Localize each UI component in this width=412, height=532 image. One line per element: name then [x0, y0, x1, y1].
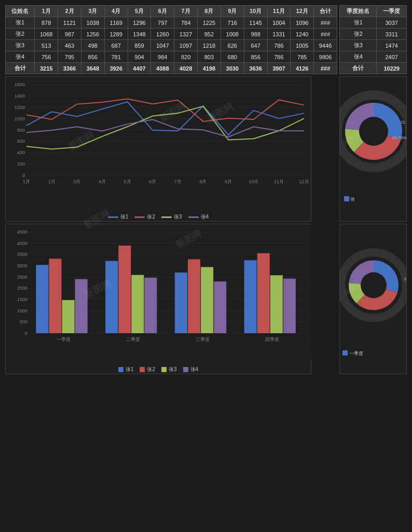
- legend-label: 张4: [201, 213, 209, 221]
- legend-item: 张2: [134, 213, 155, 221]
- table-header-13: 合计: [314, 6, 337, 17]
- cell-3-2: 856: [81, 51, 104, 63]
- cell-0-8: 716: [221, 17, 244, 29]
- cell-3-6: 820: [174, 51, 198, 63]
- table-row: 张187811211038116912967977841225716114510…: [6, 17, 337, 29]
- bar-legend-color: [118, 367, 123, 372]
- legend-item: 张4: [188, 213, 209, 221]
- cell-1-11: 1240: [291, 29, 314, 40]
- cell-3-8: 680: [221, 51, 244, 63]
- cell-3-1: 795: [58, 51, 81, 63]
- cell-4-11: 4126: [291, 63, 314, 74]
- cell-3-12: 9806: [314, 51, 337, 63]
- legend-item: 张1: [108, 213, 129, 221]
- legend-label: 张2: [147, 213, 155, 221]
- table-row: 合计32153366364839264407408840284198303036…: [6, 63, 337, 74]
- cell-0-0: 878: [35, 17, 58, 29]
- bar-legend-item: 张3: [161, 366, 177, 373]
- cell-1-10: 1331: [267, 29, 291, 40]
- bar-legend-color: [161, 367, 167, 372]
- cell-3-10: 786: [267, 51, 291, 63]
- cell-4-3: 3926: [104, 63, 128, 74]
- cell-2-8: 626: [221, 40, 244, 51]
- cell-4-0: 3215: [35, 63, 58, 74]
- cell-1-9: 988: [244, 29, 267, 40]
- table-header-0: 位姓名: [6, 6, 35, 17]
- cell-0-11: 1096: [291, 17, 314, 29]
- legend-color: [161, 216, 172, 218]
- table-header-7: 7月: [174, 6, 198, 17]
- cell-2-2: 498: [81, 40, 104, 51]
- row-name: 张1: [6, 17, 35, 29]
- bar-legend-label: 张4: [190, 366, 199, 373]
- cell-4-8: 3030: [221, 63, 244, 74]
- table-header-12: 12月: [291, 6, 314, 17]
- legend-color: [108, 216, 118, 218]
- row-name: 合计: [6, 63, 35, 74]
- cell-3-11: 785: [291, 51, 314, 63]
- bar-legend-label: 张2: [147, 366, 155, 373]
- cell-1-0: 1068: [35, 29, 58, 40]
- right-panel: 季度姓名一季度 张13037张23311张31474张42407合计10229 …: [339, 5, 407, 374]
- right-table-row: 张42407: [340, 51, 407, 63]
- cell-1-1: 987: [58, 29, 81, 40]
- main-data-table: 位姓名1月2月3月4月5月6月7月8月9月10月11月12月合计 张187811…: [5, 5, 337, 74]
- table-row: 张475679585678190498482080368085678678598…: [6, 51, 337, 63]
- cell-0-12: ###: [314, 17, 337, 29]
- cell-4-2: 3648: [81, 63, 104, 74]
- cell-2-11: 1005: [291, 40, 314, 51]
- cell-3-4: 904: [128, 51, 151, 63]
- cell-2-7: 1218: [198, 40, 221, 51]
- cell-4-1: 3366: [58, 63, 81, 74]
- bar-legend-color: [183, 367, 188, 372]
- cell-0-7: 1225: [198, 17, 221, 29]
- bottom-charts-row: 张1张2张3张4 新图网 新图网: [5, 224, 337, 374]
- table-header-8: 8月: [198, 6, 221, 17]
- row-name: 张4: [6, 51, 35, 63]
- left-panel: 位姓名1月2月3月4月5月6月7月8月9月10月11月12月合计 张187811…: [5, 5, 337, 374]
- legend-label: 张3: [174, 213, 182, 221]
- cell-3-7: 803: [198, 51, 221, 63]
- bar-legend-color: [140, 367, 145, 372]
- cell-4-6: 4028: [174, 63, 198, 74]
- cell-4-10: 3907: [267, 63, 291, 74]
- cell-3-5: 984: [151, 51, 174, 63]
- cell-2-12: 9446: [314, 40, 337, 51]
- right-table-row: 张23311: [340, 29, 407, 40]
- table-header-6: 6月: [151, 6, 174, 17]
- right-table-row: 张31474: [340, 40, 407, 51]
- table-row: 张210689871256128913481260132795210089881…: [6, 29, 337, 40]
- bar-legend-label: 张1: [126, 366, 134, 373]
- charts-row: 张1张2张3张4 新图网 新图网: [5, 76, 337, 222]
- cell-4-4: 4407: [128, 63, 151, 74]
- cell-4-9: 3636: [244, 63, 267, 74]
- line-chart-container: 张1张2张3张4 新图网 新图网: [5, 76, 311, 222]
- cell-0-3: 1169: [104, 17, 128, 29]
- cell-0-9: 1145: [244, 17, 267, 29]
- cell-3-3: 781: [104, 51, 128, 63]
- right-table-row: 合计10229: [340, 63, 407, 74]
- cell-0-10: 1004: [267, 17, 291, 29]
- cell-2-1: 463: [58, 40, 81, 51]
- cell-2-6: 1097: [174, 40, 198, 51]
- cell-1-2: 1256: [81, 29, 104, 40]
- table-row: 张351346349868785910471097121862664778610…: [6, 40, 337, 51]
- table-header-4: 4月: [104, 6, 128, 17]
- cell-4-12: ###: [314, 63, 337, 74]
- cell-1-7: 952: [198, 29, 221, 40]
- right-header-1: 一季度: [377, 6, 407, 17]
- main-container: 位姓名1月2月3月4月5月6月7月8月9月10月11月12月合计 张187811…: [5, 5, 407, 374]
- table-header-9: 9月: [221, 6, 244, 17]
- cell-3-9: 856: [244, 51, 267, 63]
- cell-1-6: 1327: [174, 29, 198, 40]
- cell-2-10: 786: [267, 40, 291, 51]
- right-table-row: 张13037: [340, 17, 407, 29]
- cell-2-3: 687: [104, 40, 128, 51]
- cell-0-5: 797: [151, 17, 174, 29]
- cell-2-5: 1047: [151, 40, 174, 51]
- cell-1-8: 1008: [221, 29, 244, 40]
- bar-legend-label: 张3: [169, 366, 177, 373]
- table-header-5: 5月: [128, 6, 151, 17]
- bar-chart-legend: 张1张2张3张4: [6, 364, 311, 375]
- cell-4-5: 4088: [151, 63, 174, 74]
